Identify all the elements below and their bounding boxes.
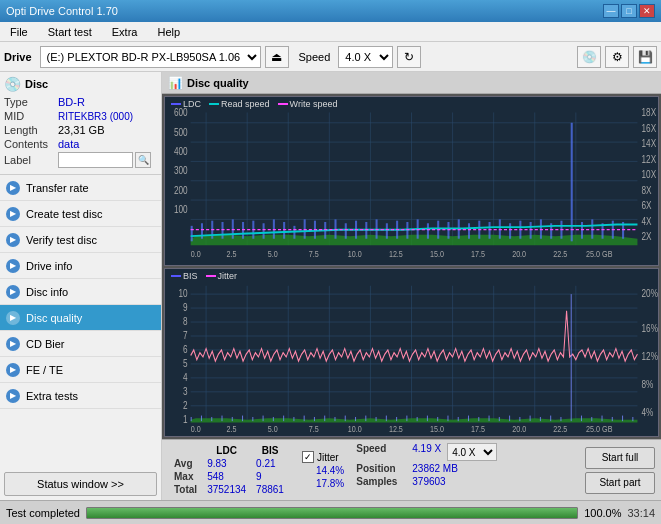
refresh-button[interactable]: ↻ — [397, 46, 421, 68]
svg-rect-51 — [263, 223, 265, 238]
speed-col-label: Speed — [356, 443, 406, 461]
disc-contents-value: data — [58, 138, 79, 150]
svg-text:12.5: 12.5 — [389, 249, 403, 259]
samples-label: Samples — [356, 476, 406, 487]
svg-text:600: 600 — [174, 107, 188, 118]
nav-item-disc-quality[interactable]: ▶ Disc quality — [0, 305, 161, 331]
svg-rect-146 — [314, 416, 315, 420]
menu-help[interactable]: Help — [151, 24, 186, 40]
svg-rect-151 — [365, 415, 366, 421]
legend-bis-label: BIS — [183, 271, 198, 281]
status-text: Test completed — [6, 507, 80, 519]
start-part-button[interactable]: Start part — [585, 472, 655, 494]
legend-read-speed: Read speed — [209, 99, 270, 109]
maximize-button[interactable]: □ — [621, 4, 637, 18]
eject-button[interactable]: ⏏ — [265, 46, 289, 68]
svg-text:14X: 14X — [642, 138, 657, 149]
svg-text:2X: 2X — [642, 231, 653, 242]
nav-icon-fe-te: ▶ — [6, 363, 20, 377]
minimize-button[interactable]: — — [603, 4, 619, 18]
nav-label-transfer-rate: Transfer rate — [26, 182, 89, 194]
speed-select[interactable]: 4.0 X 2.0 X 1.0 X — [338, 46, 393, 68]
legend-write-dot — [278, 103, 288, 105]
svg-rect-164 — [499, 416, 500, 420]
svg-text:16X: 16X — [642, 123, 657, 134]
svg-rect-81 — [571, 123, 573, 242]
svg-text:2: 2 — [183, 398, 188, 411]
nav-item-drive-info[interactable]: ▶ Drive info — [0, 253, 161, 279]
svg-rect-67 — [427, 223, 429, 238]
speed-label: Speed — [299, 51, 331, 63]
disc-icon-btn[interactable]: 💿 — [577, 46, 601, 68]
svg-text:25.0 GB: 25.0 GB — [586, 249, 612, 259]
nav-item-transfer-rate[interactable]: ▶ Transfer rate — [0, 175, 161, 201]
legend-bis: BIS — [171, 271, 198, 281]
nav-label-drive-info: Drive info — [26, 260, 72, 272]
action-buttons: Start full Start part — [585, 443, 655, 497]
svg-text:15.0: 15.0 — [430, 423, 444, 434]
svg-rect-170 — [560, 416, 561, 420]
nav-icon-disc-quality: ▶ — [6, 311, 20, 325]
svg-text:200: 200 — [174, 185, 188, 196]
drive-select[interactable]: (E:) PLEXTOR BD-R PX-LB950SA 1.06 — [40, 46, 261, 68]
nav-item-cd-bier[interactable]: ▶ CD Bier — [0, 331, 161, 357]
svg-rect-162 — [478, 416, 479, 420]
nav-item-disc-info[interactable]: ▶ Disc info — [0, 279, 161, 305]
svg-rect-134 — [191, 416, 192, 420]
jitter-checkbox[interactable]: ✓ — [302, 451, 314, 463]
svg-marker-43 — [191, 235, 638, 245]
svg-text:20%: 20% — [642, 286, 658, 299]
speed-col-select[interactable]: 4.0 X — [447, 443, 497, 461]
menu-extra[interactable]: Extra — [106, 24, 144, 40]
svg-rect-171 — [571, 294, 572, 421]
status-bar: Test completed 100.0% 33:14 — [0, 500, 661, 524]
svg-rect-165 — [509, 415, 510, 421]
disc-label-input[interactable] — [58, 152, 133, 168]
svg-text:7.5: 7.5 — [309, 249, 319, 259]
disc-length-field: Length 23,31 GB — [4, 124, 157, 136]
nav-label-fe-te: FE / TE — [26, 364, 63, 376]
svg-text:10: 10 — [178, 286, 188, 299]
svg-rect-149 — [345, 415, 346, 421]
svg-text:18X: 18X — [642, 107, 657, 118]
row-label-max: Max — [170, 471, 201, 482]
avg-bis: 0.21 — [252, 458, 288, 469]
status-window-button[interactable]: Status window >> — [4, 472, 157, 496]
svg-text:4X: 4X — [642, 216, 653, 227]
col-header-bis: BIS — [252, 445, 288, 456]
save-icon-btn[interactable]: 💾 — [633, 46, 657, 68]
legend-write-label: Write speed — [290, 99, 338, 109]
nav-item-fe-te[interactable]: ▶ FE / TE — [0, 357, 161, 383]
start-full-button[interactable]: Start full — [585, 447, 655, 469]
svg-text:5: 5 — [183, 356, 188, 369]
legend-jitter-dot — [206, 275, 216, 277]
svg-rect-143 — [283, 415, 284, 421]
drive-label: Drive — [4, 51, 32, 63]
nav-item-extra-tests[interactable]: ▶ Extra tests — [0, 383, 161, 409]
svg-rect-63 — [386, 223, 388, 238]
nav-list: ▶ Transfer rate ▶ Create test disc ▶ Ver… — [0, 175, 161, 468]
close-button[interactable]: ✕ — [639, 4, 655, 18]
jitter-label: Jitter — [317, 452, 339, 463]
nav-label-cd-bier: CD Bier — [26, 338, 65, 350]
menu-file[interactable]: File — [4, 24, 34, 40]
nav-item-create-test-disc[interactable]: ▶ Create test disc — [0, 201, 161, 227]
progress-percent: 100.0% — [584, 507, 621, 519]
svg-text:4: 4 — [183, 370, 188, 383]
menu-start-test[interactable]: Start test — [42, 24, 98, 40]
svg-rect-163 — [489, 415, 490, 421]
nav-item-verify-test-disc[interactable]: ▶ Verify test disc — [0, 227, 161, 253]
quality-header-icon: 📊 — [168, 76, 183, 90]
svg-text:16%: 16% — [642, 321, 658, 334]
svg-text:17.5: 17.5 — [471, 249, 485, 259]
svg-rect-135 — [201, 415, 202, 421]
settings-icon-btn[interactable]: ⚙ — [605, 46, 629, 68]
svg-text:8: 8 — [183, 314, 188, 327]
svg-text:3: 3 — [183, 384, 188, 397]
legend-ldc: LDC — [171, 99, 201, 109]
legend-write-speed: Write speed — [278, 99, 338, 109]
disc-label-btn[interactable]: 🔍 — [135, 152, 151, 168]
nav-icon-cd-bier: ▶ — [6, 337, 20, 351]
chart1-svg: 600 500 400 300 200 100 18X 16X 14X 12X … — [165, 97, 658, 265]
svg-text:15.0: 15.0 — [430, 249, 444, 259]
